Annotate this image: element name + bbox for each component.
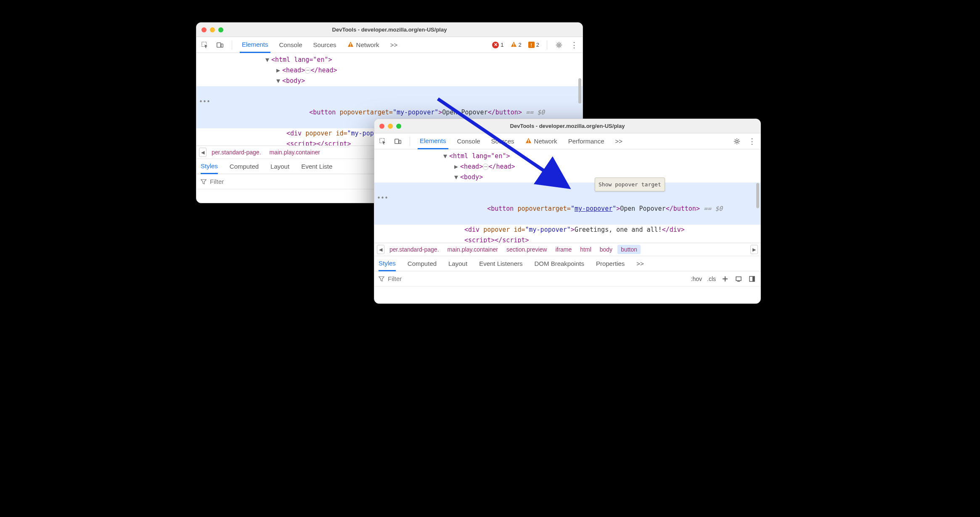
crumb-scroll-left[interactable]: ◀ xyxy=(377,245,384,254)
hov-toggle[interactable]: :hov xyxy=(691,276,702,282)
scrollbar-thumb[interactable] xyxy=(578,78,581,103)
warning-icon xyxy=(511,41,517,49)
subtab-properties[interactable]: Properties xyxy=(596,256,625,271)
svg-rect-4 xyxy=(350,45,351,46)
dom-tree[interactable]: ▼<html lang="en"> ▶<head>⋯</head> ▼<body… xyxy=(374,149,760,243)
tabs-overflow[interactable]: >> xyxy=(388,37,400,53)
minimize-dot[interactable] xyxy=(388,124,393,129)
issues-count[interactable]: !2 xyxy=(528,42,539,48)
tab-sources[interactable]: Sources xyxy=(489,133,516,149)
device-icon[interactable] xyxy=(394,137,402,146)
crumb-node[interactable]: per.standard-page. xyxy=(386,245,442,254)
node-actions-icon[interactable]: ••• xyxy=(377,193,388,204)
subtabs-overflow[interactable]: >> xyxy=(636,256,644,271)
tab-console[interactable]: Console xyxy=(455,133,482,149)
filter-icon xyxy=(201,179,207,185)
crumb-node[interactable]: iframe xyxy=(552,245,575,254)
popover-target-link[interactable]: my-popover xyxy=(575,205,612,212)
tab-performance[interactable]: Performance xyxy=(566,133,607,149)
svg-rect-14 xyxy=(736,277,741,281)
devtools-toolbar: Elements Console Sources Network Perform… xyxy=(374,133,760,149)
tooltip: Show popover target xyxy=(595,178,665,191)
crumb-node[interactable]: per.standard-page. xyxy=(208,148,265,157)
crumb-scroll-right[interactable]: ▶ xyxy=(750,245,758,254)
issue-icon: ! xyxy=(528,42,535,48)
more-icon[interactable]: ⋮ xyxy=(748,137,756,146)
filter-input[interactable]: Filter xyxy=(379,275,687,282)
selected-node[interactable]: ••• <button popovertarget="my-popover">O… xyxy=(374,183,760,225)
warning-count[interactable]: 2 xyxy=(511,41,522,49)
svg-rect-16 xyxy=(752,276,755,281)
zoom-dot[interactable] xyxy=(396,124,401,129)
svg-point-7 xyxy=(558,44,560,46)
tab-console[interactable]: Console xyxy=(277,37,305,53)
subtab-listeners[interactable]: Event Listeners xyxy=(479,256,522,271)
node-actions-icon[interactable]: ••• xyxy=(199,97,210,107)
subtab-layout[interactable]: Layout xyxy=(270,159,289,174)
crumb-node[interactable]: main.play.container xyxy=(444,245,501,254)
subtab-computed[interactable]: Computed xyxy=(408,256,437,271)
svg-rect-11 xyxy=(528,139,529,141)
tab-network[interactable]: Network xyxy=(523,133,559,149)
crumb-node[interactable]: html xyxy=(577,245,594,254)
crumb-node[interactable]: body xyxy=(596,245,616,254)
minimize-dot[interactable] xyxy=(210,27,215,32)
crumb-node[interactable]: main.play.container xyxy=(266,148,323,157)
devtools-toolbar: Elements Console Sources Network >> ✕1 2… xyxy=(196,37,583,53)
filter-placeholder: Filter xyxy=(210,178,224,185)
subtab-listeners[interactable]: Event Liste xyxy=(301,159,332,174)
gear-icon[interactable] xyxy=(555,41,563,49)
ellipsis-icon[interactable]: ⋯ xyxy=(305,67,310,74)
subtab-layout[interactable]: Layout xyxy=(448,256,467,271)
crumb-node-selected[interactable]: button xyxy=(617,245,641,254)
error-count[interactable]: ✕1 xyxy=(492,42,503,48)
filter-placeholder: Filter xyxy=(388,275,402,282)
titlebar[interactable]: DevTools - developer.mozilla.org/en-US/p… xyxy=(374,119,760,133)
tab-elements[interactable]: Elements xyxy=(418,133,448,149)
window-title: DevTools - developer.mozilla.org/en-US/p… xyxy=(196,27,583,33)
scrollbar-thumb[interactable] xyxy=(756,183,759,208)
devtools-window-front: DevTools - developer.mozilla.org/en-US/p… xyxy=(374,119,761,304)
subtab-computed[interactable]: Computed xyxy=(230,159,259,174)
tabs-overflow[interactable]: >> xyxy=(613,133,625,149)
ellipsis-icon[interactable]: ⋯ xyxy=(483,164,488,170)
close-dot[interactable] xyxy=(201,27,207,32)
svg-rect-1 xyxy=(217,42,221,47)
subtab-styles[interactable]: Styles xyxy=(379,256,396,271)
svg-rect-6 xyxy=(513,45,514,46)
inspect-icon[interactable] xyxy=(379,137,387,146)
svg-rect-3 xyxy=(350,43,351,45)
tab-sources[interactable]: Sources xyxy=(311,37,339,53)
device-icon[interactable] xyxy=(216,41,224,49)
svg-rect-5 xyxy=(513,43,514,45)
gear-icon[interactable] xyxy=(733,137,741,146)
svg-point-13 xyxy=(736,140,738,142)
cls-toggle[interactable]: .cls xyxy=(707,276,716,282)
breadcrumb: ◀ per.standard-page. main.play.container… xyxy=(374,243,760,256)
crumb-node[interactable]: section.preview xyxy=(503,245,551,254)
window-title: DevTools - developer.mozilla.org/en-US/p… xyxy=(374,123,760,129)
styles-filter-bar: Filter :hov .cls xyxy=(374,271,760,286)
close-dot[interactable] xyxy=(379,124,384,129)
new-style-rule-icon[interactable] xyxy=(721,275,729,283)
inspect-icon[interactable] xyxy=(201,41,209,49)
tab-network[interactable]: Network xyxy=(345,37,381,53)
more-icon[interactable]: ⋮ xyxy=(570,41,578,49)
subtab-dom-breakpoints[interactable]: DOM Breakpoints xyxy=(535,256,584,271)
tab-elements[interactable]: Elements xyxy=(240,37,270,53)
error-icon: ✕ xyxy=(492,42,499,48)
warning-icon xyxy=(347,41,354,49)
svg-rect-12 xyxy=(528,142,529,143)
toggle-panel-icon[interactable] xyxy=(748,275,756,283)
filter-icon xyxy=(379,276,384,282)
subtab-styles[interactable]: Styles xyxy=(201,159,218,174)
svg-rect-2 xyxy=(221,44,223,47)
svg-rect-9 xyxy=(395,139,399,143)
titlebar[interactable]: DevTools - developer.mozilla.org/en-US/p… xyxy=(196,23,583,37)
svg-rect-10 xyxy=(399,140,401,143)
styles-tabs: Styles Computed Layout Event Listeners D… xyxy=(374,256,760,271)
computed-styles-sidebar-icon[interactable] xyxy=(734,275,743,283)
zoom-dot[interactable] xyxy=(218,27,223,32)
warning-icon xyxy=(525,138,532,145)
crumb-scroll-left[interactable]: ◀ xyxy=(199,148,207,157)
